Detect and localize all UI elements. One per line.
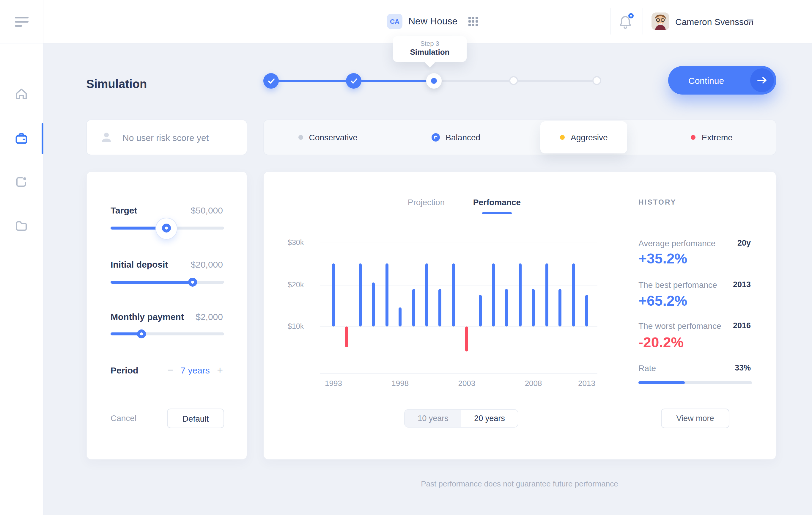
bar-positive-2008	[532, 289, 535, 326]
hamburger-menu-icon[interactable]	[15, 17, 29, 27]
bar-positive-2006	[505, 289, 508, 326]
bar-positive-1996	[372, 283, 375, 326]
app-window: CA New House Cam	[0, 0, 812, 515]
bar-positive-1993	[332, 264, 335, 327]
sidebar-item-reports[interactable]	[0, 167, 43, 197]
simulation-controls-panel: Period − 7 years + Cancel Default Target…	[86, 171, 247, 460]
slider-value-target: $50,000	[191, 205, 223, 215]
stepper-step-4-upcoming[interactable]	[509, 73, 518, 85]
history-row-label: The worst perfomance	[638, 321, 721, 331]
bar-positive-2002	[452, 264, 455, 327]
bar-positive-2011	[572, 264, 575, 327]
home-icon	[15, 87, 28, 101]
risk-option-extreme[interactable]: Extreme	[648, 120, 776, 154]
performance-panel: Projection Perfomance HISTORY $10k$20k$3…	[263, 171, 776, 460]
header-divider	[643, 8, 643, 34]
user-silhouette-icon	[100, 131, 113, 144]
check-icon	[268, 78, 274, 84]
slider-knob-target[interactable]	[162, 224, 171, 232]
project-header: CA New House	[387, 14, 477, 29]
risk-option-conservative[interactable]: Conservative	[264, 120, 392, 154]
risk-option-aggresive[interactable]: Aggresive	[520, 120, 648, 154]
rate-progress-track	[638, 381, 752, 384]
tab-projection[interactable]: Projection	[394, 197, 459, 207]
wallet-icon	[15, 132, 28, 145]
stepper-step-5-upcoming[interactable]	[592, 73, 601, 85]
tab-performance[interactable]: Perfomance	[464, 197, 530, 207]
folder-icon	[15, 220, 28, 232]
slider-label-monthly-payment: Monthly payment	[111, 312, 184, 322]
history-row-label: Average perfomance	[638, 238, 716, 248]
history-row-value: +65.2%	[638, 293, 687, 309]
period-stepper: − 7 years +	[167, 365, 223, 376]
slider-knob-initial-deposit[interactable]	[188, 278, 197, 287]
period-label: Period	[111, 365, 138, 375]
risk-score-card: No user risk score yet	[86, 119, 247, 155]
history-row-meta: 20y	[737, 238, 751, 248]
apps-grid-icon[interactable]	[468, 17, 477, 26]
sidebar-item-home[interactable]	[0, 79, 43, 109]
bar-negative-1994	[345, 326, 348, 348]
sidebar-item-documents[interactable]	[0, 210, 43, 241]
bar-positive-2005	[492, 264, 495, 327]
disclaimer-text: Past performance does not guarantee futu…	[341, 479, 698, 488]
slider-knob-monthly-payment[interactable]	[137, 330, 146, 338]
x-axis-tick-label: 1998	[381, 379, 419, 388]
period-decrease-button[interactable]: −	[167, 365, 173, 376]
step-tooltip-name: Simulation	[393, 48, 467, 57]
stepper-step-1-completed[interactable]	[263, 73, 279, 89]
history-row-value: -20.2%	[638, 334, 684, 351]
bar-positive-2001	[439, 289, 442, 326]
continue-button[interactable]: Continue	[668, 66, 776, 94]
period-increase-button[interactable]: +	[217, 365, 223, 376]
user-name: Cameron Svensson	[675, 17, 753, 27]
page-title: Simulation	[86, 77, 147, 91]
x-axis-line	[320, 373, 598, 374]
default-button[interactable]: Default	[167, 408, 224, 428]
risk-level-selector: ConservativeBalancedAggresiveExtreme	[263, 119, 776, 155]
slider-value-initial-deposit: $20,000	[191, 259, 223, 269]
bar-positive-1999	[412, 289, 415, 326]
step-tooltip-label: Step 3	[393, 40, 467, 47]
stepper-step-3-active[interactable]	[426, 73, 442, 89]
progress-stepper	[263, 73, 605, 89]
stepper-step-2-completed[interactable]	[346, 73, 361, 89]
tooltip-caret	[425, 57, 435, 67]
x-axis-tick-label: 2008	[515, 379, 553, 388]
bar-negative-2003	[465, 326, 468, 352]
slider-track-initial-deposit[interactable]	[111, 281, 224, 284]
x-axis-tick-label: 2003	[447, 379, 486, 388]
sidebar-active-indicator	[41, 123, 44, 154]
project-badge: CA	[387, 14, 402, 29]
risk-option-balanced[interactable]: Balanced	[392, 120, 520, 154]
sidebar-item-portfolio[interactable]	[0, 123, 43, 154]
notification-bell-icon[interactable]	[619, 15, 632, 29]
view-more-button[interactable]: View more	[661, 408, 729, 428]
history-row-meta: 2016	[733, 321, 751, 330]
slider-track-target[interactable]	[111, 227, 224, 230]
risk-score-empty-label: No user risk score yet	[122, 132, 209, 142]
chart-gridline	[320, 242, 598, 243]
x-axis-tick-label: 2013	[568, 379, 606, 388]
range-10-years[interactable]: 10 years	[405, 410, 461, 427]
user-avatar[interactable]	[651, 12, 669, 30]
cancel-button[interactable]: Cancel	[111, 413, 137, 423]
slider-track-monthly-payment[interactable]	[111, 333, 224, 335]
rate-progress-fill	[638, 381, 685, 384]
continue-label: Continue	[688, 75, 724, 85]
user-menu-caret-icon[interactable]	[747, 19, 754, 23]
bar-positive-1997	[385, 264, 388, 327]
range-20-years[interactable]: 20 years	[461, 410, 518, 427]
bar-positive-2009	[545, 264, 548, 327]
slider-label-initial-deposit: Initial deposit	[111, 259, 168, 269]
sidebar-nav	[0, 43, 44, 515]
slider-value-monthly-payment: $2,000	[196, 312, 223, 322]
bar-positive-1995	[359, 264, 362, 327]
history-row-label: The best perfomance	[638, 280, 717, 290]
active-tab-underline	[482, 212, 512, 214]
header-divider	[610, 8, 610, 34]
slider-label-target: Target	[111, 205, 137, 215]
risk-dot-icon	[560, 135, 565, 140]
rate-label: Rate	[638, 363, 656, 373]
x-axis-tick-label: 1993	[315, 379, 352, 388]
